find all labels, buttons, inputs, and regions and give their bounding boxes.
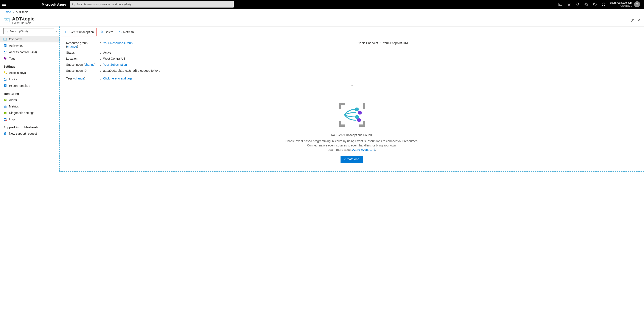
- sidebar-item-access-control[interactable]: Access control (IAM): [0, 49, 59, 55]
- sidebar-item-logs[interactable]: Logs: [0, 116, 59, 122]
- essentials-panel: Resource group (change) : Your-Resource-…: [60, 38, 644, 84]
- search-icon: [6, 30, 8, 33]
- sidebar-item-access-keys[interactable]: Access keys: [0, 70, 59, 76]
- page-header: ADT-topic Event Grid Topic: [0, 16, 644, 26]
- add-tags-link[interactable]: Click here to add tags: [103, 77, 132, 80]
- svg-point-19: [6, 51, 6, 52]
- svg-point-6: [595, 5, 595, 6]
- resource-sidebar: Search (Ctrl+/) « Overview Activity log …: [0, 26, 59, 172]
- sidebar-section-monitoring: Monitoring: [0, 89, 59, 97]
- breadcrumb: Home › ADT-topic: [0, 8, 644, 16]
- svg-rect-33: [363, 103, 365, 109]
- main-content: Event Subscription Delete Refresh Resour…: [59, 26, 644, 172]
- change-subscription-link[interactable]: change: [85, 63, 94, 66]
- refresh-button[interactable]: Refresh: [116, 29, 136, 35]
- learn-more-link[interactable]: Azure Event Grid: [352, 148, 375, 152]
- sidebar-item-locks[interactable]: Locks: [0, 76, 59, 82]
- avatar-icon: [634, 1, 640, 7]
- page-subtitle: Event Grid Topic: [12, 22, 34, 24]
- lock-icon: [4, 78, 7, 81]
- sidebar-item-metrics[interactable]: Metrics: [0, 103, 59, 110]
- svg-rect-32: [339, 103, 341, 109]
- feedback-icon[interactable]: [601, 2, 606, 6]
- svg-point-4: [586, 4, 587, 5]
- sidebar-item-overview[interactable]: Overview: [0, 36, 59, 42]
- sidebar-search-input[interactable]: Search (Ctrl+/): [4, 28, 54, 34]
- overview-icon: [4, 38, 7, 41]
- svg-rect-37: [359, 124, 365, 127]
- empty-state: No Event Subscriptions Found! Enable eve…: [60, 88, 644, 171]
- cloud-shell-icon[interactable]: [558, 2, 562, 6]
- event-subscription-button[interactable]: Event Subscription: [61, 28, 97, 36]
- change-resource-group-link[interactable]: change: [67, 45, 77, 48]
- svg-point-8: [603, 4, 603, 4]
- create-one-button[interactable]: Create one: [340, 156, 363, 162]
- top-navbar: Microsoft Azure Search resources, servic…: [0, 0, 644, 8]
- trash-icon: [100, 30, 104, 34]
- svg-rect-36: [339, 124, 345, 127]
- sidebar-item-diagnostic-settings[interactable]: Diagnostic settings: [0, 110, 59, 116]
- location-value: West Central US: [103, 57, 126, 60]
- key-icon: [4, 71, 7, 74]
- svg-point-39: [358, 111, 362, 114]
- svg-rect-25: [4, 106, 4, 108]
- search-icon: [72, 3, 75, 6]
- resource-group-link[interactable]: Your-Resource-Group: [103, 41, 132, 48]
- svg-point-41: [357, 118, 361, 122]
- svg-rect-22: [4, 79, 6, 80]
- svg-point-29: [4, 118, 6, 119]
- chevron-right-icon: ›: [13, 10, 14, 14]
- status-value: Active: [103, 51, 111, 54]
- settings-icon[interactable]: [584, 2, 588, 6]
- empty-title: No Event Subscriptions Found!: [68, 133, 636, 137]
- help-icon[interactable]: [593, 2, 597, 6]
- subscription-id-value: aaaa0a0a-bb1b-cc2c-dd3d-eeeeee4e4e4e: [103, 69, 160, 72]
- pin-icon[interactable]: [631, 18, 634, 22]
- access-control-icon: [4, 50, 7, 54]
- collapse-sidebar-icon[interactable]: «: [56, 30, 57, 33]
- event-grid-empty-icon: [336, 101, 368, 129]
- sidebar-item-new-support-request[interactable]: New support request: [0, 130, 59, 137]
- page-title: ADT-topic: [12, 16, 34, 22]
- export-template-icon: [4, 84, 7, 88]
- refresh-icon: [118, 30, 122, 34]
- sidebar-section-support: Support + troubleshooting: [0, 122, 59, 130]
- global-search-input[interactable]: Search resources, services, and docs (G+…: [70, 1, 234, 8]
- sidebar-item-alerts[interactable]: Alerts: [0, 97, 59, 103]
- diagnostic-icon: [4, 111, 7, 114]
- logs-icon: [4, 118, 7, 121]
- menu-icon[interactable]: [2, 2, 7, 7]
- sidebar-item-tags[interactable]: Tags: [0, 55, 59, 62]
- close-icon[interactable]: [637, 18, 640, 22]
- user-org: CONTOSO: [610, 4, 632, 7]
- svg-rect-15: [4, 38, 7, 40]
- svg-line-14: [7, 32, 8, 32]
- sidebar-item-export-template[interactable]: Export template: [0, 82, 59, 89]
- notifications-icon[interactable]: [576, 2, 580, 6]
- svg-point-20: [4, 58, 5, 58]
- plus-icon: [64, 30, 68, 34]
- event-grid-topic-icon: [4, 17, 10, 24]
- delete-button[interactable]: Delete: [98, 29, 116, 35]
- tags-icon: [4, 57, 7, 60]
- collapse-essentials-icon[interactable]: [60, 84, 644, 88]
- support-icon: [4, 132, 7, 135]
- svg-point-40: [355, 115, 359, 119]
- activity-log-icon: [4, 44, 7, 48]
- svg-rect-2: [559, 3, 562, 6]
- breadcrumb-current: ADT-topic: [16, 10, 28, 14]
- svg-point-7: [602, 3, 605, 6]
- svg-rect-26: [5, 106, 6, 108]
- sidebar-item-activity-log[interactable]: Activity log: [0, 42, 59, 49]
- change-tags-link[interactable]: change: [74, 77, 84, 80]
- subscription-link[interactable]: Your-Subscription: [103, 63, 127, 66]
- svg-point-10: [636, 3, 638, 4]
- command-bar: Event Subscription Delete Refresh: [60, 26, 644, 38]
- breadcrumb-home[interactable]: Home: [4, 10, 11, 14]
- filter-icon[interactable]: [567, 2, 571, 6]
- svg-line-1: [74, 5, 75, 6]
- sidebar-section-settings: Settings: [0, 62, 59, 70]
- user-account[interactable]: user@contoso.com CONTOSO: [610, 1, 640, 7]
- svg-rect-27: [6, 106, 6, 108]
- user-email: user@contoso.com: [610, 1, 632, 4]
